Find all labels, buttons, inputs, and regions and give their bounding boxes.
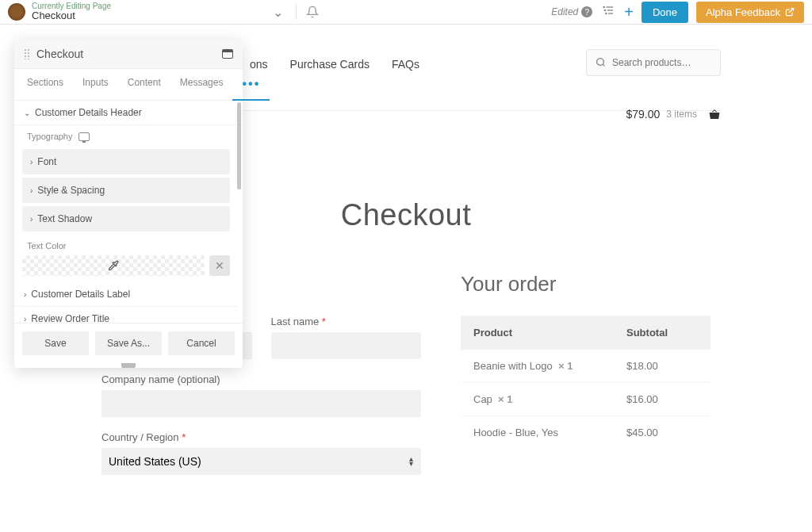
nav-link[interactable]: FAQs [392, 58, 419, 71]
beaver-logo-icon[interactable] [8, 3, 25, 21]
desktop-icon[interactable] [79, 132, 90, 141]
outline-icon[interactable] [600, 2, 616, 21]
company-label: Company name (optional) [102, 373, 421, 385]
chevron-right-icon: › [24, 290, 26, 299]
cancel-button[interactable]: Cancel [168, 331, 235, 355]
clear-color-button[interactable]: ✕ [209, 255, 230, 276]
last-name-group: Last name * [271, 316, 422, 359]
drag-handle-icon[interactable] [24, 48, 30, 59]
font-row[interactable]: › Font [22, 149, 230, 174]
order-heading: Your order [461, 272, 710, 297]
svg-point-7 [597, 59, 604, 66]
country-label: Country / Region * [102, 431, 421, 443]
subtotal-header: Subtotal [626, 327, 698, 339]
chevron-right-icon: › [30, 215, 33, 224]
topbar-right: Edited ? + Done Alpha Feedback [551, 2, 804, 23]
text-shadow-row[interactable]: › Text Shadow [22, 206, 230, 232]
color-swatch[interactable] [22, 255, 205, 276]
topbar: Currently Editing Page Checkout ⌄ Edited… [0, 0, 812, 25]
svg-line-8 [603, 64, 604, 66]
text-color-row: ✕ [22, 255, 230, 276]
company-group: Company name (optional) [102, 373, 421, 417]
chevron-right-icon: › [30, 186, 33, 195]
chevron-right-icon: › [30, 158, 33, 166]
last-name-label: Last name * [271, 316, 422, 327]
edited-label: Edited ? [551, 6, 592, 17]
svg-point-4 [605, 10, 606, 10]
tab-messages[interactable]: Messages [170, 69, 233, 100]
svg-line-6 [789, 9, 794, 13]
divider [296, 4, 297, 20]
style-spacing-row[interactable]: › Style & Spacing [22, 178, 230, 203]
settings-panel: Checkout Sections Inputs Content Message… [14, 40, 243, 368]
tab-inputs[interactable]: Inputs [73, 69, 118, 100]
resize-handle[interactable] [121, 363, 136, 368]
product-header: Product [473, 327, 626, 339]
svg-point-3 [603, 6, 604, 7]
order-row: Hoodie - Blue, Yes $45.00 [461, 416, 710, 449]
panel-tabs: Sections Inputs Content Messages ••• [14, 69, 243, 101]
save-button[interactable]: Save [22, 331, 89, 355]
section-customer-details-label[interactable]: › Customer Details Label [14, 282, 238, 307]
basket-icon [708, 108, 721, 121]
search-icon [596, 57, 606, 67]
save-as-button[interactable]: Save As... [95, 331, 162, 355]
external-link-icon [785, 7, 795, 17]
cart-summary[interactable]: $79.00 3 items [626, 108, 721, 121]
notifications-icon[interactable] [306, 6, 319, 18]
order-row: Cap × 1 $16.00 [461, 383, 710, 416]
country-group: Country / Region * ▴▾ [102, 431, 421, 475]
panel-title: Checkout [36, 48, 222, 60]
section-review-order-title[interactable]: › Review Order Title [14, 307, 238, 323]
section-customer-details-header[interactable]: ⌄ Customer Details Header [14, 101, 238, 125]
nav-links: ons Purchase Cards FAQs [250, 58, 419, 71]
chevron-right-icon: › [24, 315, 26, 323]
search-input[interactable] [586, 49, 721, 76]
tab-content[interactable]: Content [118, 69, 170, 100]
order-column: Your order Product Subtotal Beanie with … [461, 272, 710, 489]
eyedropper-icon [108, 260, 119, 271]
last-name-input[interactable] [271, 332, 422, 359]
chevron-down-icon: ⌄ [24, 109, 30, 117]
text-color-label: Text Color [14, 235, 238, 255]
editing-info: Currently Editing Page Checkout [32, 2, 111, 21]
order-table: Product Subtotal Beanie with Logo × 1 $1… [461, 316, 710, 449]
editing-page-name: Checkout [32, 10, 111, 21]
order-row: Beanie with Logo × 1 $18.00 [461, 350, 710, 383]
panel-footer: Save Save As... Cancel [14, 323, 243, 363]
cart-item-count: 3 items [666, 109, 697, 120]
cart-price: $79.00 [626, 108, 660, 121]
tab-sections[interactable]: Sections [17, 69, 73, 100]
panel-body: ⌄ Customer Details Header Typography › F… [14, 101, 243, 323]
done-button[interactable]: Done [642, 2, 688, 23]
alpha-feedback-button[interactable]: Alpha Feedback [696, 2, 804, 23]
nav-link[interactable]: Purchase Cards [290, 58, 370, 71]
order-header-row: Product Subtotal [461, 316, 710, 350]
company-input[interactable] [102, 390, 421, 417]
country-select[interactable] [102, 448, 421, 475]
panel-header[interactable]: Checkout [14, 40, 243, 69]
svg-point-5 [606, 13, 607, 13]
help-icon[interactable]: ? [581, 6, 592, 17]
typography-label: Typography [14, 125, 238, 146]
tab-more[interactable]: ••• [232, 69, 270, 101]
scrollbar[interactable] [237, 102, 241, 189]
add-icon[interactable]: + [624, 3, 634, 21]
topbar-left: Currently Editing Page Checkout ⌄ [8, 2, 551, 23]
page-dropdown-chevron[interactable]: ⌄ [270, 2, 286, 23]
window-icon[interactable] [222, 49, 233, 59]
select-arrows-icon: ▴▾ [409, 457, 413, 466]
